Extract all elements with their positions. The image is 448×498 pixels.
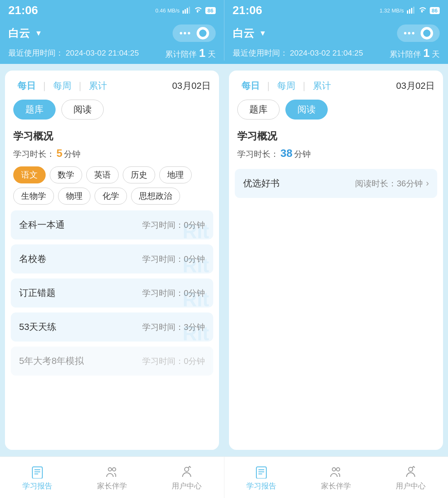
accompany-label-right: 累计陪伴: [390, 50, 421, 59]
wifi-icon-right: [418, 6, 427, 15]
tab-date-left: 03月02日: [172, 80, 211, 92]
study-time-unit-left: 分钟: [64, 149, 80, 160]
main-content: 每日 ｜ 每周 ｜ 累计 03月02日 题库 阅读 学习概况 学习时长： 5 分…: [0, 64, 448, 456]
accompany-label-left: 累计陪伴: [165, 50, 197, 59]
svg-rect-5: [409, 9, 410, 14]
study-item-5[interactable]: 5年大考8年模拟 学习时间：0分钟: [11, 347, 213, 376]
nav-item-report-left[interactable]: 学习报告: [0, 457, 75, 498]
study-item-2[interactable]: 名校卷 学习时间：0分钟 Rit: [11, 244, 213, 273]
study-time-label-right: 学习时长：: [237, 149, 279, 160]
svg-point-19: [332, 468, 336, 471]
record-button-right[interactable]: [421, 27, 433, 39]
signal-text-left: 0.46 MB/s: [156, 7, 180, 14]
nav-item-report-right[interactable]: 学习报告: [224, 457, 299, 498]
nav-item-user-left[interactable]: 用户中心: [149, 457, 224, 498]
toggle-btns-left: 题库 阅读: [5, 98, 219, 125]
dropdown-icon-left[interactable]: ▼: [35, 29, 42, 38]
btn-question-bank-right[interactable]: 题库: [237, 100, 280, 120]
reading-card-label: 优选好书: [243, 177, 280, 190]
study-item-3[interactable]: 订正错题 学习时间：0分钟 Rit: [11, 278, 213, 308]
nav-item-family-right[interactable]: 家长伴学: [299, 457, 373, 498]
nav-label-report-left: 学习报告: [22, 481, 52, 491]
subject-zhengzhi[interactable]: 思想政治: [131, 188, 180, 205]
status-time-left: 21:06: [8, 4, 38, 17]
accompany-text-left: 累计陪伴 1 天: [165, 46, 215, 60]
btn-question-bank-left[interactable]: 题库: [13, 100, 56, 120]
subject-shuxue[interactable]: 数学: [50, 166, 82, 183]
nav-label-user-left: 用户中心: [172, 481, 202, 491]
study-time-unit-right: 分钟: [294, 149, 311, 160]
pill-button-left[interactable]: •••: [173, 24, 215, 42]
svg-rect-1: [185, 9, 186, 14]
accompany-num-left: 1: [199, 46, 206, 59]
reading-card[interactable]: 优选好书 阅读时长：36分钟 ›: [235, 169, 437, 198]
accompany-unit-right: 天: [432, 50, 440, 59]
subject-wuli[interactable]: 物理: [58, 188, 90, 205]
status-bar-left: 21:06 0.46 MB/s 86: [0, 0, 224, 21]
header-right: 白云 ▼ •••: [224, 21, 448, 46]
tab-total-left[interactable]: 累计: [85, 78, 111, 94]
section-title-left: 学习概况: [5, 125, 219, 145]
pill-button-right[interactable]: •••: [397, 24, 440, 42]
study-item-1[interactable]: 全科一本通 学习时间：0分钟 Rit: [11, 210, 213, 239]
user-name-left[interactable]: 白云: [8, 26, 30, 41]
nav-half-right: 学习报告 家长伴学 用户中心: [224, 457, 448, 498]
dropdown-icon-right[interactable]: ▼: [259, 29, 267, 38]
user-icon-right: [403, 464, 418, 479]
reading-card-time: 阅读时长：36分钟: [355, 178, 422, 189]
nav-item-family-left[interactable]: 家长伴学: [75, 457, 149, 498]
subject-dili[interactable]: 地理: [159, 166, 192, 183]
record-button-left[interactable]: [197, 27, 209, 39]
tab-total-right[interactable]: 累计: [309, 78, 335, 94]
btn-reading-left[interactable]: 阅读: [61, 100, 104, 120]
accompany-num-right: 1: [423, 46, 430, 59]
subject-huaxue[interactable]: 化学: [95, 188, 127, 205]
subject-yingyu[interactable]: 英语: [86, 166, 119, 183]
study-item-time-1: 学习时间：0分钟: [142, 220, 205, 231]
study-item-4[interactable]: 53天天练 学习时间：3分钟 Rit: [11, 312, 213, 342]
status-bar: 21:06 0.46 MB/s 86 21:06 1.32 MB/s 86: [0, 0, 448, 21]
tab-daily-right[interactable]: 每日: [237, 78, 264, 94]
svg-rect-0: [183, 10, 184, 14]
left-panel: 每日 ｜ 每周 ｜ 累计 03月02日 题库 阅读 学习概况 学习时长： 5 分…: [5, 71, 219, 450]
family-icon-right: [329, 464, 343, 479]
nav-label-family-left: 家长伴学: [97, 481, 127, 491]
nav-item-user-right[interactable]: 用户中心: [373, 457, 448, 498]
study-time-row-left: 学习时长： 5 分钟: [5, 145, 219, 165]
nav-half-left: 学习报告 家长伴学 用户中心: [0, 457, 224, 498]
user-name-right[interactable]: 白云: [233, 26, 254, 41]
study-item-name-3: 订正错题: [19, 287, 56, 299]
bottom-nav: 学习报告 家长伴学 用户中心: [0, 456, 448, 498]
report-icon-left: [30, 464, 45, 479]
study-item-time-2: 学习时间：0分钟: [142, 254, 205, 265]
svg-rect-2: [187, 8, 188, 14]
svg-rect-3: [189, 7, 190, 14]
last-used-bar: 最近使用时间： 2024-03-02 21:04:25 累计陪伴 1 天 最近使…: [0, 46, 448, 64]
battery-left: 86: [205, 7, 215, 14]
tab-weekly-left[interactable]: 每周: [49, 78, 75, 94]
last-used-label-right: 最近使用时间：: [233, 49, 288, 57]
study-time-row-right: 学习时长： 38 分钟: [229, 145, 443, 165]
subject-lishi[interactable]: 历史: [123, 166, 155, 183]
study-time-num-left: 5: [56, 147, 62, 160]
subject-shengwu[interactable]: 生物学: [13, 188, 54, 205]
subject-yuwen[interactable]: 语文: [13, 166, 46, 183]
section-title-right: 学习概况: [229, 125, 443, 145]
btn-reading-right[interactable]: 阅读: [285, 100, 328, 120]
tab-daily-left[interactable]: 每日: [13, 78, 40, 94]
last-used-time-left: 2024-03-02 21:04:25: [66, 49, 139, 57]
study-time-num-right: 38: [280, 147, 292, 160]
header-left: 白云 ▼ •••: [0, 21, 224, 46]
svg-point-21: [409, 467, 413, 471]
svg-point-13: [112, 468, 116, 471]
last-used-label-left: 最近使用时间：: [8, 49, 63, 57]
svg-point-14: [185, 467, 189, 471]
header-bar: 白云 ▼ ••• 白云 ▼ •••: [0, 21, 448, 46]
pill-dots-right: •••: [404, 29, 416, 38]
study-time-label-left: 学习时长：: [13, 149, 55, 160]
tab-weekly-right[interactable]: 每周: [273, 78, 299, 94]
signal-text-right: 1.32 MB/s: [380, 7, 404, 14]
status-icons-left: 0.46 MB/s 86: [156, 6, 216, 15]
fade-left: [5, 437, 219, 450]
status-time-right: 21:06: [233, 4, 263, 17]
